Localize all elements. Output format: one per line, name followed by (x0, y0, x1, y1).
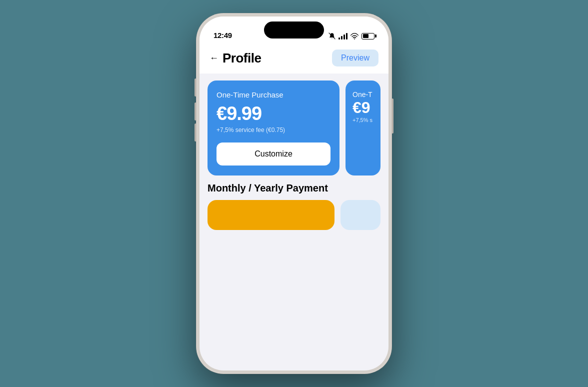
one-time-card-partial: One-T €9 +7,5% s (346, 80, 380, 176)
monthly-card-yellow (208, 200, 334, 230)
dynamic-island (264, 22, 324, 38)
bell-mute-icon (328, 32, 336, 40)
battery-icon (362, 33, 374, 40)
preview-button[interactable]: Preview (332, 50, 378, 66)
partial-card-fee: +7,5% s (352, 117, 374, 123)
customize-button[interactable]: Customize (216, 142, 330, 166)
partial-card-price: €9 (352, 98, 374, 117)
phone-screen: 12:49 (200, 16, 388, 370)
status-time: 12:49 (214, 31, 232, 40)
status-icons (328, 32, 374, 40)
wifi-icon (350, 32, 358, 40)
page-title: Profile (222, 50, 261, 66)
monthly-card-blue-partial (340, 200, 380, 230)
nav-header: ← Profile Preview (200, 44, 388, 74)
card-price: €9.99 (216, 103, 330, 124)
nav-left: ← Profile (210, 50, 261, 66)
back-arrow-icon[interactable]: ← (210, 53, 218, 64)
status-bar: 12:49 (200, 16, 388, 44)
monthly-section-title: Monthly / Yearly Payment (208, 182, 380, 194)
signal-icon (338, 32, 348, 40)
monthly-cards (208, 200, 380, 230)
one-time-section: One-Time Purchase €9.99 +7,5% service fe… (200, 74, 388, 182)
card-label: One-Time Purchase (216, 90, 330, 99)
card-fee: +7,5% service fee (€0.75) (216, 126, 330, 134)
phone-frame: 12:49 (196, 14, 392, 374)
monthly-section: Monthly / Yearly Payment (200, 182, 388, 238)
svg-point-1 (354, 38, 355, 40)
content-area: One-Time Purchase €9.99 +7,5% service fe… (200, 74, 388, 238)
partial-card-label: One-T (352, 90, 374, 98)
one-time-card-main: One-Time Purchase €9.99 +7,5% service fe… (208, 80, 340, 176)
